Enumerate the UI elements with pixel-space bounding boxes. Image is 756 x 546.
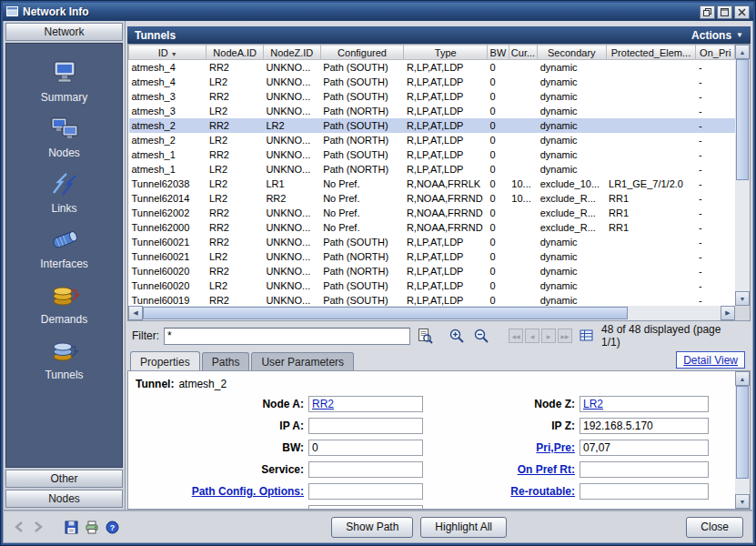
scrollbar-thumb[interactable] — [736, 59, 749, 180]
sidebar-section-nodes[interactable]: Nodes — [5, 490, 123, 508]
column-header-nodez-id[interactable]: NodeZ.ID — [263, 46, 320, 60]
tunnels-table[interactable]: ID▼NodeA.IDNodeZ.IDConfiguredTypeBWCur..… — [128, 45, 735, 306]
column-header-id[interactable]: ID▼ — [129, 46, 207, 60]
table-row[interactable]: atmesh_1LR2UNKNO...Path (NORTH)R,LP,AT,L… — [129, 162, 735, 177]
column-header-secondary[interactable]: Secondary — [538, 46, 606, 60]
property-field[interactable]: 0 — [308, 440, 423, 456]
detail-view-button[interactable]: Detail View — [676, 351, 745, 369]
close-button[interactable]: Close — [686, 517, 743, 538]
tunnel-title-row: Tunnel: atmesh_2 — [134, 374, 735, 393]
tab-user-parameters[interactable]: User Parameters — [251, 352, 354, 370]
column-header-protected-elem-[interactable]: Protected_Elem... — [606, 46, 696, 60]
table-row[interactable]: Tunnel62038LR2LR1No Pref.R,NOAA,FRRLK010… — [129, 177, 735, 191]
property-label[interactable]: Re-routable: — [423, 485, 580, 498]
first-page-button[interactable]: ◀◀ — [509, 329, 523, 343]
table-horizontal-scrollbar[interactable]: ◀ ▶ — [128, 306, 735, 320]
back-icon[interactable] — [13, 521, 25, 533]
help-icon[interactable]: ? — [106, 521, 119, 534]
tab-paths[interactable]: Paths — [202, 352, 250, 370]
table-row[interactable]: Tunnel62002RR2UNKNO...No Pref.R,NOAA,FRR… — [129, 206, 735, 220]
tab-properties[interactable]: Properties — [130, 351, 200, 370]
scrollbar-thumb[interactable] — [736, 386, 749, 479]
properties-panel: Tunnel: atmesh_2 Node A:RR2Node Z:LR2IP … — [127, 370, 751, 510]
table-row[interactable]: Tunnel60019RR2UNKNO...Path (SOUTH)R,LP,A… — [129, 293, 735, 307]
property-field[interactable]: RR2 — [308, 396, 423, 412]
list-view-icon[interactable] — [577, 326, 597, 346]
scroll-up-icon[interactable]: ▲ — [735, 45, 750, 59]
sidebar-item-tunnels[interactable]: Tunnels — [6, 338, 122, 381]
property-field[interactable]: 07,07 — [580, 440, 709, 456]
table-row[interactable]: atmesh_4LR2UNKNO...Path (SOUTH)R,LP,AT,L… — [129, 75, 735, 89]
properties-vertical-scrollbar[interactable]: ▲ ▼ — [735, 371, 750, 509]
actions-menu-button[interactable]: Actions ▼ — [691, 29, 743, 42]
tunnels-table-viewport[interactable]: ID▼NodeA.IDNodeZ.IDConfiguredTypeBWCur..… — [128, 45, 735, 306]
sidebar-item-nodes[interactable]: Nodes — [6, 116, 122, 159]
column-header-configured[interactable]: Configured — [320, 46, 404, 60]
scroll-down-icon[interactable]: ▼ — [735, 291, 750, 306]
last-page-button[interactable]: ▶▶ — [558, 329, 572, 343]
column-header-bw[interactable]: BW — [488, 46, 509, 60]
sidebar-section-other[interactable]: Other — [5, 470, 123, 488]
titlebar[interactable]: Network Info — [3, 3, 753, 21]
close-window-button[interactable] — [734, 5, 750, 19]
scrollbar-track[interactable] — [143, 306, 721, 320]
table-row[interactable]: atmesh_4RR2UNKNO...Path (SOUTH)R,LP,AT,L… — [129, 60, 735, 75]
search-preview-icon[interactable] — [415, 326, 435, 346]
table-cell: 10... — [509, 191, 537, 206]
show-path-button[interactable]: Show Path — [331, 517, 413, 538]
filter-input[interactable] — [164, 328, 410, 345]
column-header-on-pri[interactable]: On_Pri — [696, 46, 735, 60]
next-page-button[interactable]: ▶ — [541, 329, 556, 343]
column-header-cur-[interactable]: Cur... — [509, 46, 537, 60]
table-row[interactable]: atmesh_1RR2UNKNO...Path (SOUTH)R,LP,AT,L… — [129, 147, 735, 162]
table-cell: LR2 — [263, 118, 320, 133]
property-field[interactable]: R,LP,AT,LDP — [308, 505, 423, 509]
column-header-type[interactable]: Type — [404, 46, 488, 60]
table-row[interactable]: Tunnel60020RR2UNKNO...Path (NORTH)R,LP,A… — [129, 264, 735, 278]
column-header-nodea-id[interactable]: NodeA.ID — [207, 46, 263, 60]
property-label[interactable]: Pri,Pre: — [423, 441, 580, 454]
table-row[interactable]: Tunnel60021LR2UNKNO...Path (NORTH)R,LP,A… — [129, 249, 735, 264]
scrollbar-track[interactable] — [735, 59, 750, 291]
restore-button[interactable] — [700, 5, 715, 19]
table-row[interactable]: atmesh_2RR2LR2Path (SOUTH)R,LP,AT,LDP0dy… — [129, 118, 735, 133]
zoom-out-icon[interactable] — [471, 326, 491, 346]
scrollbar-thumb[interactable] — [143, 307, 628, 319]
table-cell: RR2 — [207, 60, 263, 75]
table-row[interactable]: Tunnel60021RR2UNKNO...Path (SOUTH)R,LP,A… — [129, 235, 735, 249]
sidebar-item-summary[interactable]: Summary — [6, 60, 122, 104]
sidebar-section-network[interactable]: Network — [5, 23, 123, 41]
zoom-in-icon[interactable] — [447, 326, 467, 346]
property-field[interactable]: LR2 — [580, 396, 709, 412]
forward-icon[interactable] — [32, 521, 45, 533]
highlight-all-button[interactable]: Highlight All — [420, 517, 507, 538]
save-icon[interactable] — [65, 521, 78, 534]
table-row[interactable]: Tunnel62014LR2RR2No Pref.R,NOAA,FRRND010… — [129, 191, 735, 206]
property-field[interactable] — [580, 461, 709, 478]
scrollbar-track[interactable] — [735, 386, 750, 494]
property-label[interactable]: On Pref Rt: — [423, 463, 580, 476]
table-row[interactable]: atmesh_2LR2UNKNO...Path (NORTH)R,LP,AT,L… — [129, 133, 735, 147]
table-row[interactable]: Tunnel60020LR2UNKNO...Path (SOUTH)R,LP,A… — [129, 278, 735, 293]
table-row[interactable]: Tunnel62000RR2UNKNO...No Pref.R,NOAA,FRR… — [129, 220, 735, 235]
scroll-up-icon[interactable]: ▲ — [735, 371, 750, 386]
table-row[interactable]: atmesh_3RR2UNKNO...Path (SOUTH)R,LP,AT,L… — [129, 89, 735, 104]
sidebar-item-demands[interactable]: Demands — [6, 282, 122, 326]
property-field[interactable] — [308, 483, 423, 500]
window-controls — [700, 5, 750, 19]
sidebar-item-interfaces[interactable]: Interfaces — [6, 227, 122, 270]
property-field[interactable] — [580, 483, 709, 500]
table-vertical-scrollbar[interactable]: ▲ ▼ — [735, 45, 750, 306]
property-label[interactable]: Path Config. Options: — [134, 485, 308, 498]
table-row[interactable]: atmesh_3LR2UNKNO...Path (NORTH)R,LP,AT,L… — [129, 104, 735, 118]
prev-page-button[interactable]: ◀ — [525, 329, 539, 343]
property-field[interactable] — [308, 461, 423, 478]
property-field[interactable]: 192.168.5.170 — [580, 418, 709, 434]
print-icon[interactable] — [85, 521, 99, 534]
property-field[interactable] — [308, 418, 423, 434]
sidebar-item-links[interactable]: Links — [6, 171, 122, 215]
scroll-down-icon[interactable]: ▼ — [735, 494, 750, 509]
maximize-button[interactable] — [717, 5, 732, 19]
scroll-left-icon[interactable]: ◀ — [128, 306, 143, 320]
scroll-right-icon[interactable]: ▶ — [721, 306, 735, 320]
